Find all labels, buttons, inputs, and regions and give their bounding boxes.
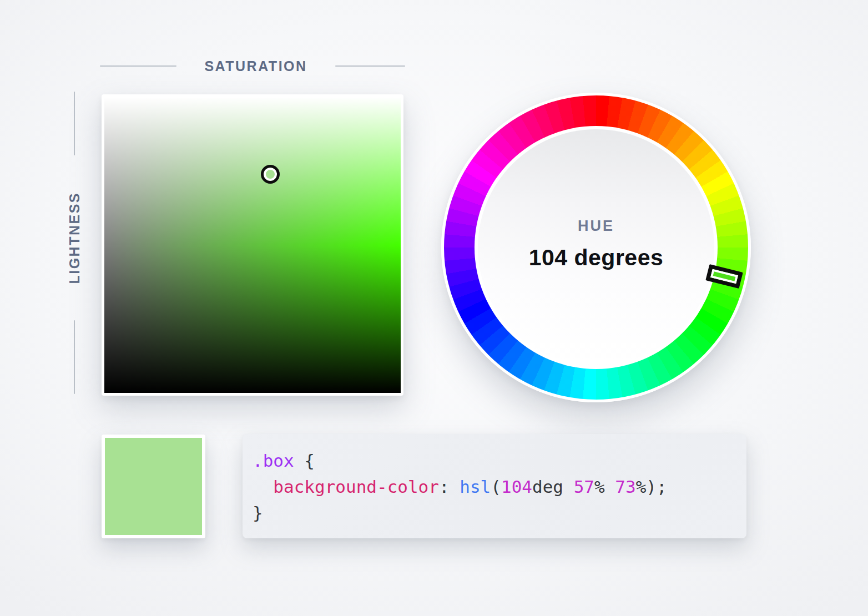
lightness-axis-rail: LIGHTNESS [65, 92, 84, 394]
code-line: .box { [253, 448, 733, 474]
saturation-axis-line-right [335, 65, 405, 67]
hue-value: 104 degrees [529, 245, 664, 271]
color-swatch [102, 435, 205, 538]
hue-label: HUE [578, 218, 614, 235]
lightness-axis-label: LIGHTNESS [67, 192, 83, 284]
saturation-lightness-square[interactable] [102, 94, 403, 396]
lightness-axis-line-bottom [74, 320, 75, 394]
hue-wheel: HUE 104 degrees [441, 93, 751, 402]
code-content: .box { background-color: hsl(104deg 57% … [253, 448, 733, 526]
color-picker-page: SATURATION LIGHTNESS HUE 104 degrees .bo… [0, 0, 868, 616]
lightness-axis-line-top [74, 92, 75, 155]
saturation-axis-line-left [100, 65, 176, 67]
saturation-lightness-gradient[interactable] [104, 97, 401, 393]
css-code-block: .box { background-color: hsl(104deg 57% … [243, 434, 746, 538]
code-line: background-color: hsl(104deg 57% 73%); [253, 474, 733, 500]
saturation-axis-header: SATURATION [100, 57, 405, 75]
saturation-axis-label: SATURATION [204, 58, 307, 74]
hue-readout: HUE 104 degrees [478, 126, 714, 362]
code-line: } [253, 500, 733, 526]
